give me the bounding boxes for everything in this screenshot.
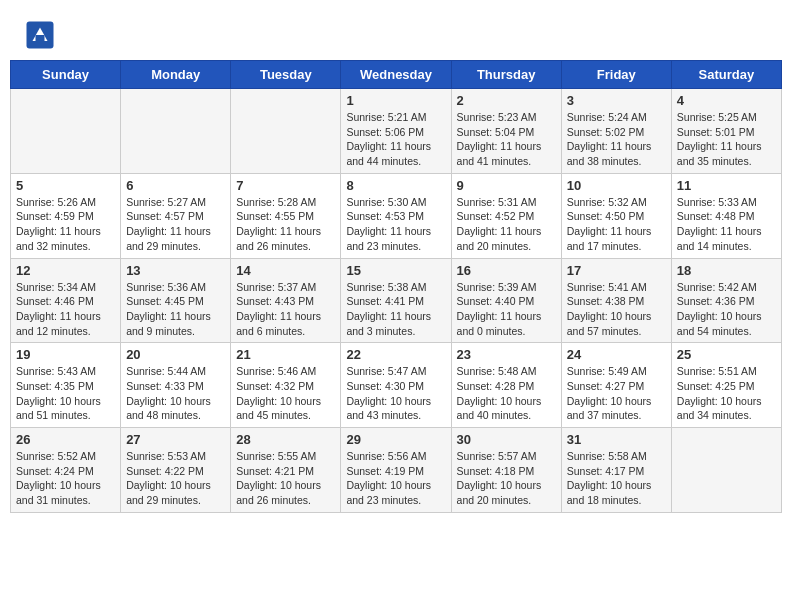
day-number: 23 bbox=[457, 347, 556, 362]
calendar-week-row: 5Sunrise: 5:26 AM Sunset: 4:59 PM Daylig… bbox=[11, 173, 782, 258]
day-info: Sunrise: 5:51 AM Sunset: 4:25 PM Dayligh… bbox=[677, 364, 776, 423]
day-number: 10 bbox=[567, 178, 666, 193]
day-number: 2 bbox=[457, 93, 556, 108]
day-number: 27 bbox=[126, 432, 225, 447]
calendar-cell: 6Sunrise: 5:27 AM Sunset: 4:57 PM Daylig… bbox=[121, 173, 231, 258]
day-number: 9 bbox=[457, 178, 556, 193]
calendar-cell: 24Sunrise: 5:49 AM Sunset: 4:27 PM Dayli… bbox=[561, 343, 671, 428]
day-number: 5 bbox=[16, 178, 115, 193]
day-info: Sunrise: 5:28 AM Sunset: 4:55 PM Dayligh… bbox=[236, 195, 335, 254]
day-info: Sunrise: 5:27 AM Sunset: 4:57 PM Dayligh… bbox=[126, 195, 225, 254]
calendar-cell: 18Sunrise: 5:42 AM Sunset: 4:36 PM Dayli… bbox=[671, 258, 781, 343]
day-number: 17 bbox=[567, 263, 666, 278]
calendar-cell: 29Sunrise: 5:56 AM Sunset: 4:19 PM Dayli… bbox=[341, 428, 451, 513]
day-info: Sunrise: 5:39 AM Sunset: 4:40 PM Dayligh… bbox=[457, 280, 556, 339]
day-number: 31 bbox=[567, 432, 666, 447]
calendar-cell: 1Sunrise: 5:21 AM Sunset: 5:06 PM Daylig… bbox=[341, 89, 451, 174]
calendar-cell: 27Sunrise: 5:53 AM Sunset: 4:22 PM Dayli… bbox=[121, 428, 231, 513]
calendar-cell: 28Sunrise: 5:55 AM Sunset: 4:21 PM Dayli… bbox=[231, 428, 341, 513]
day-number: 25 bbox=[677, 347, 776, 362]
calendar-cell: 22Sunrise: 5:47 AM Sunset: 4:30 PM Dayli… bbox=[341, 343, 451, 428]
day-info: Sunrise: 5:26 AM Sunset: 4:59 PM Dayligh… bbox=[16, 195, 115, 254]
day-info: Sunrise: 5:34 AM Sunset: 4:46 PM Dayligh… bbox=[16, 280, 115, 339]
calendar-cell: 25Sunrise: 5:51 AM Sunset: 4:25 PM Dayli… bbox=[671, 343, 781, 428]
day-info: Sunrise: 5:46 AM Sunset: 4:32 PM Dayligh… bbox=[236, 364, 335, 423]
weekday-header: Saturday bbox=[671, 61, 781, 89]
day-number: 15 bbox=[346, 263, 445, 278]
day-info: Sunrise: 5:32 AM Sunset: 4:50 PM Dayligh… bbox=[567, 195, 666, 254]
weekday-header: Friday bbox=[561, 61, 671, 89]
calendar-cell: 16Sunrise: 5:39 AM Sunset: 4:40 PM Dayli… bbox=[451, 258, 561, 343]
day-number: 11 bbox=[677, 178, 776, 193]
day-info: Sunrise: 5:33 AM Sunset: 4:48 PM Dayligh… bbox=[677, 195, 776, 254]
calendar-cell: 20Sunrise: 5:44 AM Sunset: 4:33 PM Dayli… bbox=[121, 343, 231, 428]
calendar-week-row: 19Sunrise: 5:43 AM Sunset: 4:35 PM Dayli… bbox=[11, 343, 782, 428]
day-info: Sunrise: 5:42 AM Sunset: 4:36 PM Dayligh… bbox=[677, 280, 776, 339]
day-number: 20 bbox=[126, 347, 225, 362]
day-info: Sunrise: 5:38 AM Sunset: 4:41 PM Dayligh… bbox=[346, 280, 445, 339]
calendar-cell: 7Sunrise: 5:28 AM Sunset: 4:55 PM Daylig… bbox=[231, 173, 341, 258]
day-info: Sunrise: 5:48 AM Sunset: 4:28 PM Dayligh… bbox=[457, 364, 556, 423]
calendar-cell bbox=[121, 89, 231, 174]
calendar-cell: 15Sunrise: 5:38 AM Sunset: 4:41 PM Dayli… bbox=[341, 258, 451, 343]
day-number: 1 bbox=[346, 93, 445, 108]
day-number: 14 bbox=[236, 263, 335, 278]
calendar-table: SundayMondayTuesdayWednesdayThursdayFrid… bbox=[10, 60, 782, 513]
calendar-cell bbox=[671, 428, 781, 513]
day-number: 13 bbox=[126, 263, 225, 278]
day-info: Sunrise: 5:37 AM Sunset: 4:43 PM Dayligh… bbox=[236, 280, 335, 339]
calendar-cell: 3Sunrise: 5:24 AM Sunset: 5:02 PM Daylig… bbox=[561, 89, 671, 174]
weekday-header: Monday bbox=[121, 61, 231, 89]
day-number: 26 bbox=[16, 432, 115, 447]
day-info: Sunrise: 5:44 AM Sunset: 4:33 PM Dayligh… bbox=[126, 364, 225, 423]
calendar-cell: 5Sunrise: 5:26 AM Sunset: 4:59 PM Daylig… bbox=[11, 173, 121, 258]
calendar-week-row: 12Sunrise: 5:34 AM Sunset: 4:46 PM Dayli… bbox=[11, 258, 782, 343]
calendar-cell: 26Sunrise: 5:52 AM Sunset: 4:24 PM Dayli… bbox=[11, 428, 121, 513]
day-info: Sunrise: 5:36 AM Sunset: 4:45 PM Dayligh… bbox=[126, 280, 225, 339]
calendar-cell: 31Sunrise: 5:58 AM Sunset: 4:17 PM Dayli… bbox=[561, 428, 671, 513]
svg-rect-2 bbox=[36, 35, 45, 41]
day-info: Sunrise: 5:55 AM Sunset: 4:21 PM Dayligh… bbox=[236, 449, 335, 508]
day-number: 6 bbox=[126, 178, 225, 193]
calendar-cell bbox=[231, 89, 341, 174]
calendar-cell: 10Sunrise: 5:32 AM Sunset: 4:50 PM Dayli… bbox=[561, 173, 671, 258]
logo-icon bbox=[25, 20, 55, 50]
day-number: 12 bbox=[16, 263, 115, 278]
calendar-cell: 4Sunrise: 5:25 AM Sunset: 5:01 PM Daylig… bbox=[671, 89, 781, 174]
day-info: Sunrise: 5:57 AM Sunset: 4:18 PM Dayligh… bbox=[457, 449, 556, 508]
day-info: Sunrise: 5:53 AM Sunset: 4:22 PM Dayligh… bbox=[126, 449, 225, 508]
day-info: Sunrise: 5:58 AM Sunset: 4:17 PM Dayligh… bbox=[567, 449, 666, 508]
day-info: Sunrise: 5:56 AM Sunset: 4:19 PM Dayligh… bbox=[346, 449, 445, 508]
day-info: Sunrise: 5:21 AM Sunset: 5:06 PM Dayligh… bbox=[346, 110, 445, 169]
weekday-header: Tuesday bbox=[231, 61, 341, 89]
calendar-cell: 14Sunrise: 5:37 AM Sunset: 4:43 PM Dayli… bbox=[231, 258, 341, 343]
logo bbox=[25, 20, 57, 50]
day-info: Sunrise: 5:23 AM Sunset: 5:04 PM Dayligh… bbox=[457, 110, 556, 169]
day-number: 24 bbox=[567, 347, 666, 362]
day-number: 29 bbox=[346, 432, 445, 447]
day-info: Sunrise: 5:49 AM Sunset: 4:27 PM Dayligh… bbox=[567, 364, 666, 423]
calendar-cell: 8Sunrise: 5:30 AM Sunset: 4:53 PM Daylig… bbox=[341, 173, 451, 258]
day-info: Sunrise: 5:41 AM Sunset: 4:38 PM Dayligh… bbox=[567, 280, 666, 339]
calendar-cell: 23Sunrise: 5:48 AM Sunset: 4:28 PM Dayli… bbox=[451, 343, 561, 428]
calendar-cell bbox=[11, 89, 121, 174]
day-number: 28 bbox=[236, 432, 335, 447]
weekday-header-row: SundayMondayTuesdayWednesdayThursdayFrid… bbox=[11, 61, 782, 89]
day-number: 21 bbox=[236, 347, 335, 362]
weekday-header: Wednesday bbox=[341, 61, 451, 89]
day-info: Sunrise: 5:31 AM Sunset: 4:52 PM Dayligh… bbox=[457, 195, 556, 254]
calendar-cell: 2Sunrise: 5:23 AM Sunset: 5:04 PM Daylig… bbox=[451, 89, 561, 174]
day-info: Sunrise: 5:47 AM Sunset: 4:30 PM Dayligh… bbox=[346, 364, 445, 423]
weekday-header: Sunday bbox=[11, 61, 121, 89]
calendar-week-row: 1Sunrise: 5:21 AM Sunset: 5:06 PM Daylig… bbox=[11, 89, 782, 174]
day-info: Sunrise: 5:25 AM Sunset: 5:01 PM Dayligh… bbox=[677, 110, 776, 169]
day-number: 16 bbox=[457, 263, 556, 278]
calendar-cell: 9Sunrise: 5:31 AM Sunset: 4:52 PM Daylig… bbox=[451, 173, 561, 258]
calendar-cell: 17Sunrise: 5:41 AM Sunset: 4:38 PM Dayli… bbox=[561, 258, 671, 343]
calendar-cell: 13Sunrise: 5:36 AM Sunset: 4:45 PM Dayli… bbox=[121, 258, 231, 343]
calendar-cell: 19Sunrise: 5:43 AM Sunset: 4:35 PM Dayli… bbox=[11, 343, 121, 428]
calendar-cell: 12Sunrise: 5:34 AM Sunset: 4:46 PM Dayli… bbox=[11, 258, 121, 343]
day-number: 3 bbox=[567, 93, 666, 108]
day-number: 19 bbox=[16, 347, 115, 362]
calendar-cell: 11Sunrise: 5:33 AM Sunset: 4:48 PM Dayli… bbox=[671, 173, 781, 258]
